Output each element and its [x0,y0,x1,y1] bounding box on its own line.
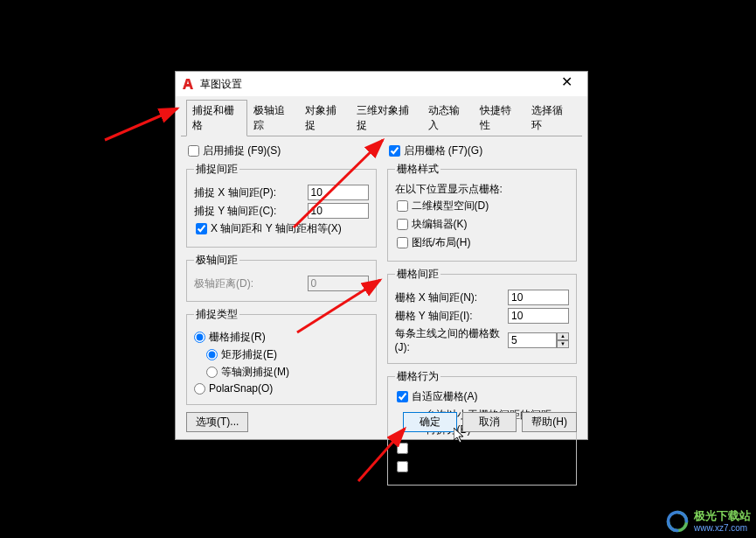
snap-x-input[interactable] [308,185,369,200]
tab-strip: 捕捉和栅格 极轴追踪 对象捕捉 三维对象捕捉 动态输入 快捷特性 选择循环 [181,96,582,136]
spinner-up-icon[interactable]: ▲ [557,332,569,340]
equal-xy-checkbox[interactable] [196,223,207,234]
follow-ucs-label: 遵循动态 UCS(U) [412,459,493,474]
grid-style-legend: 栅格样式 [395,162,440,177]
tab-quick-props[interactable]: 快捷特性 [474,100,525,136]
drafting-settings-dialog: 草图设置 ✕ 捕捉和栅格 极轴追踪 对象捕捉 三维对象捕捉 动态输入 快捷特性 … [175,71,588,440]
two-d-space-checkbox[interactable] [397,200,408,212]
grid-y-label: 栅格 Y 轴间距(I): [395,309,503,324]
snap-spacing-group: 捕捉间距 捕捉 X 轴间距(P): 捕捉 Y 轴间距(C): X 轴间距和 Y … [186,162,377,248]
spinner-down-icon[interactable]: ▼ [557,340,569,348]
enable-snap-checkbox[interactable] [188,145,199,157]
tab-dyn-input[interactable]: 动态输入 [422,100,474,136]
polar-snap-radio[interactable] [194,383,205,395]
grid-major-label: 每条主线之间的栅格数(J): [395,326,503,353]
iso-snap-label: 等轴测捕捉(M) [221,365,289,380]
left-column: 启用捕捉 (F9)(S) 捕捉间距 捕捉 X 轴间距(P): 捕捉 Y 轴间距(… [186,143,377,491]
grid-snap-label: 栅格捕捉(R) [209,330,266,345]
grid-spacing-group: 栅格间距 栅格 X 轴间距(N): 栅格 Y 轴间距(I): 每条主线之间的栅格… [387,267,578,364]
enable-snap-label: 启用捕捉 (F9)(S) [203,143,281,158]
snap-x-label: 捕捉 X 轴间距(P): [194,185,302,200]
watermark-logo-icon [665,509,690,534]
tab-polar[interactable]: 极轴追踪 [247,100,299,136]
svg-line-1 [105,108,177,140]
ok-button[interactable]: 确定 [403,412,457,432]
polar-spacing-legend: 极轴间距 [194,253,239,268]
button-bar: 选项(T)... 确定 取消 帮助(H) [186,412,577,432]
iso-snap-radio[interactable] [206,367,218,378]
equal-xy-label: X 轴间距和 Y 轴间距相等(X) [211,221,342,236]
grid-y-input[interactable] [508,308,569,324]
polar-spacing-group: 极轴间距 极轴距离(D): [186,253,377,302]
snap-spacing-legend: 捕捉间距 [194,162,239,177]
adaptive-label: 自适应栅格(A) [412,389,478,404]
follow-ucs-checkbox[interactable] [397,461,408,472]
grid-x-input[interactable] [508,290,569,305]
grid-snap-radio[interactable] [194,332,205,343]
polar-dist-input [308,276,369,291]
snap-y-input[interactable] [308,203,369,219]
grid-major-input[interactable] [508,332,557,348]
paper-layout-checkbox[interactable] [397,237,408,248]
enable-grid-checkbox[interactable] [389,145,400,157]
help-button[interactable]: 帮助(H) [522,412,577,432]
rect-snap-label: 矩形捕捉(E) [221,347,277,362]
polar-snap-label: PolarSnap(O) [209,382,273,395]
snap-y-label: 捕捉 Y 轴间距(C): [194,204,302,219]
block-editor-checkbox[interactable] [397,219,408,230]
paper-layout-label: 图纸/布局(H) [412,235,471,250]
grid-style-group: 栅格样式 在以下位置显示点栅格: 二维模型空间(D) 块编辑器(K) 图纸/布局… [387,162,578,262]
snap-type-legend: 捕捉类型 [194,307,239,322]
grid-behavior-legend: 栅格行为 [395,369,440,384]
app-icon [181,77,195,91]
right-column: 启用栅格 (F7)(G) 栅格样式 在以下位置显示点栅格: 二维模型空间(D) … [387,143,578,491]
cancel-button[interactable]: 取消 [462,412,517,432]
titlebar[interactable]: 草图设置 ✕ [176,72,587,96]
watermark-url: www.xz7.com [694,523,751,533]
enable-grid-label: 启用栅格 (F7)(G) [404,143,483,158]
two-d-space-label: 二维模型空间(D) [412,199,489,213]
grid-x-label: 栅格 X 轴间距(N): [395,290,503,305]
polar-dist-label: 极轴距离(D): [194,276,302,291]
tab-osnap[interactable]: 对象捕捉 [299,100,350,136]
rect-snap-radio[interactable] [206,349,218,360]
enable-snap-row: 启用捕捉 (F9)(S) [186,143,377,158]
dialog-title: 草图设置 [200,77,551,92]
grid-style-desc: 在以下位置显示点栅格: [395,182,570,197]
show-beyond-label: 显示超出界限的栅格(L) [412,441,519,456]
watermark-brand: 极光下载站 [694,510,751,522]
tab-sel-cycle[interactable]: 选择循环 [525,100,577,136]
watermark: 极光下载站 www.xz7.com [665,509,751,534]
enable-grid-row: 启用栅格 (F7)(G) [387,143,578,158]
tab-3dosnap[interactable]: 三维对象捕捉 [350,100,422,136]
options-button[interactable]: 选项(T)... [186,412,248,432]
block-editor-label: 块编辑器(K) [412,217,468,232]
grid-spacing-legend: 栅格间距 [395,267,440,282]
snap-type-group: 捕捉类型 栅格捕捉(R) 矩形捕捉(E) 等轴测捕捉(M) [186,307,377,405]
adaptive-checkbox[interactable] [397,391,408,402]
tab-content: 启用捕捉 (F9)(S) 捕捉间距 捕捉 X 轴间距(P): 捕捉 Y 轴间距(… [176,136,587,498]
show-beyond-checkbox[interactable] [397,443,408,454]
close-icon[interactable]: ✕ [551,72,582,96]
tab-snap-grid[interactable]: 捕捉和栅格 [186,100,247,136]
